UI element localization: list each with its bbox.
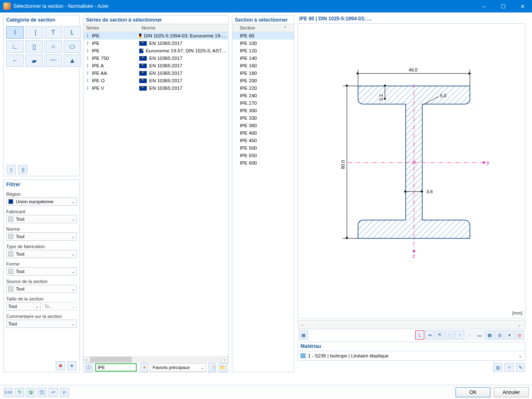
comment-label: Commentaire sur la section — [4, 310, 79, 320]
section-row[interactable]: IPE 200 — [232, 77, 294, 84]
single-section-icon[interactable]: ▯ — [7, 165, 16, 174]
points-icon[interactable]: ⁛ — [445, 330, 454, 340]
flag-icon — [139, 86, 147, 91]
material-edit-icon[interactable]: ✎ — [516, 363, 525, 372]
dim-width: 46.0 — [409, 67, 417, 72]
category-shape-9[interactable]: ▰ — [25, 54, 43, 67]
ibeam-icon: Ｉ — [85, 55, 90, 62]
maximize-button[interactable]: ☐ — [494, 0, 513, 12]
export-icon[interactable]: ⇱ — [435, 330, 444, 340]
series-row[interactable]: ＩIPE AEN 10365:2017 — [84, 62, 228, 69]
category-shape-11[interactable]: ▲ — [64, 54, 81, 67]
minimize-button[interactable]: ─ — [475, 0, 494, 12]
section-row[interactable]: IPE 80 — [232, 32, 294, 39]
category-shape-6[interactable]: ○ — [44, 40, 62, 53]
source-combo[interactable]: Tout⌄ — [6, 285, 77, 293]
info-bar[interactable]: -- ⌄ — [298, 320, 525, 329]
copy-icon[interactable]: ⿻ — [37, 388, 47, 397]
series-title: Séries de section à sélectionner — [84, 15, 228, 24]
section-row[interactable]: IPE 120 — [232, 47, 294, 54]
favorites-combo[interactable]: Favoris principaux⌄ — [150, 363, 206, 372]
section-row[interactable]: IPE 220 — [232, 84, 294, 92]
comment-combo[interactable]: Tout⌄ — [6, 320, 77, 328]
section-row[interactable]: IPE 500 — [232, 144, 294, 152]
fill-icon[interactable]: ▬ — [475, 330, 484, 340]
section-row[interactable]: IPE 180 — [232, 69, 294, 77]
precision-icon[interactable]: 0,00 — [4, 388, 13, 397]
flag-icon — [139, 64, 147, 68]
category-shape-7[interactable]: ⬭ — [64, 40, 81, 53]
shape-combo[interactable]: Tout⌄ — [6, 267, 77, 276]
material-lib-icon[interactable]: ▥ — [493, 363, 502, 372]
section-row[interactable]: IPE 100 — [232, 39, 294, 47]
series-scrollbar[interactable]: ‹› — [84, 356, 228, 363]
ok-button[interactable]: OK — [456, 387, 490, 397]
close-button[interactable]: ✕ — [513, 0, 532, 12]
size-a-combo[interactable]: Tout⌄ — [6, 302, 41, 310]
series-row[interactable]: ＩIPE OEN 10365:2017 — [84, 77, 228, 84]
series-row[interactable]: ＩIPE AAEN 10365:2017 — [84, 69, 228, 77]
fav-manage-icon[interactable]: 📁 — [219, 363, 227, 372]
category-title: Catégorie de section — [4, 15, 79, 24]
flag-icon — [139, 41, 147, 46]
series-row[interactable]: ＩIPE 750EN 10365:2017 — [84, 54, 228, 62]
save-icon[interactable]: 🖫 — [26, 388, 35, 397]
category-shape-3[interactable]: Ｌ — [64, 26, 81, 39]
category-shape-5[interactable]: ▯ — [25, 40, 43, 53]
dim-height: 80.0 — [340, 160, 345, 169]
region-label: Région — [4, 188, 79, 197]
category-shape-10[interactable]: 〰 — [44, 54, 62, 67]
add-favorite-icon[interactable]: ✦ — [140, 363, 149, 372]
size-b-combo[interactable]: To…⌄ — [42, 302, 77, 310]
section-row[interactable]: IPE 240 — [232, 92, 294, 99]
category-shape-2[interactable]: Ｔ — [44, 26, 62, 39]
series-info-icon[interactable]: ⓘ — [85, 363, 93, 372]
fab-combo[interactable]: Tout⌄ — [6, 250, 77, 258]
material-combo[interactable]: 1 - S235 | Isotrope | Linéaire élastique… — [298, 351, 525, 361]
section-header: Section ^ — [232, 24, 294, 32]
section-row[interactable]: IPE 270 — [232, 99, 294, 107]
section-row[interactable]: IPE 300 — [232, 107, 294, 114]
print-drop-icon[interactable]: ▾ — [505, 330, 514, 340]
series-row[interactable]: ＩIPE VEN 10365:2017 — [84, 84, 228, 92]
section-row[interactable]: IPE 450 — [232, 137, 294, 144]
fab-label: Type de fabrication — [4, 241, 79, 250]
target-icon[interactable]: ◎ — [515, 330, 524, 340]
grid-icon[interactable]: ▦ — [485, 330, 494, 340]
category-shape-0[interactable]: Ｉ — [6, 26, 24, 39]
series-row[interactable]: ＩIPEEuronorme 19-57; DIN 1025-5; AST… — [84, 47, 228, 54]
series-row[interactable]: ＩIPEEN 10365:2017 — [84, 39, 228, 47]
sort-icon[interactable]: ^ — [284, 25, 286, 30]
refresh-icon[interactable]: ↻ — [15, 388, 24, 397]
region-combo[interactable]: Union européenne⌄ — [6, 197, 77, 206]
double-section-icon[interactable]: [] — [18, 165, 27, 174]
dims-icon[interactable]: ⇔ — [425, 330, 434, 340]
section-row[interactable]: IPE 400 — [232, 129, 294, 137]
cancel-button[interactable]: Annuler — [494, 387, 529, 397]
search-input[interactable] — [95, 363, 137, 372]
fav-add-icon[interactable]: 📑 — [208, 363, 217, 372]
section-row[interactable]: IPE 160 — [232, 62, 294, 69]
section-row[interactable]: IPE 330 — [232, 114, 294, 122]
category-shape-4[interactable]: ∟ — [6, 40, 24, 53]
norm-combo[interactable]: Tout⌄ — [6, 232, 77, 241]
source-label: Source de la section — [4, 276, 79, 285]
toggle-filter-icon[interactable]: ▼ — [67, 361, 76, 370]
stress-icon[interactable]: Ｉ — [455, 330, 464, 340]
series-row[interactable]: ＩIPEDIN 1025-5:1994-03; Euronorme 19-… — [84, 32, 228, 39]
param-icon[interactable]: Ih — [60, 388, 69, 397]
section-row[interactable]: IPE 140 — [232, 54, 294, 62]
print-icon[interactable]: 🖨 — [495, 330, 504, 340]
section-row[interactable]: IPE 360 — [232, 122, 294, 129]
section-row[interactable]: IPE 550 — [232, 152, 294, 159]
section-row[interactable]: IPE 600 — [232, 159, 294, 167]
clear-filter-icon[interactable]: ✖ — [56, 361, 65, 370]
material-new-icon[interactable]: ✧ — [505, 363, 514, 372]
shape-icon[interactable]: Ｉ — [465, 330, 474, 340]
axis-icon[interactable]: L — [415, 330, 424, 340]
properties-icon[interactable]: ▦ — [299, 330, 308, 340]
category-shape-8[interactable]: ⌐ — [6, 54, 24, 67]
category-shape-1[interactable]: ［ — [25, 26, 43, 39]
manufacturer-combo[interactable]: Tout⌄ — [6, 215, 77, 223]
link-icon[interactable]: ↩ — [49, 388, 58, 397]
